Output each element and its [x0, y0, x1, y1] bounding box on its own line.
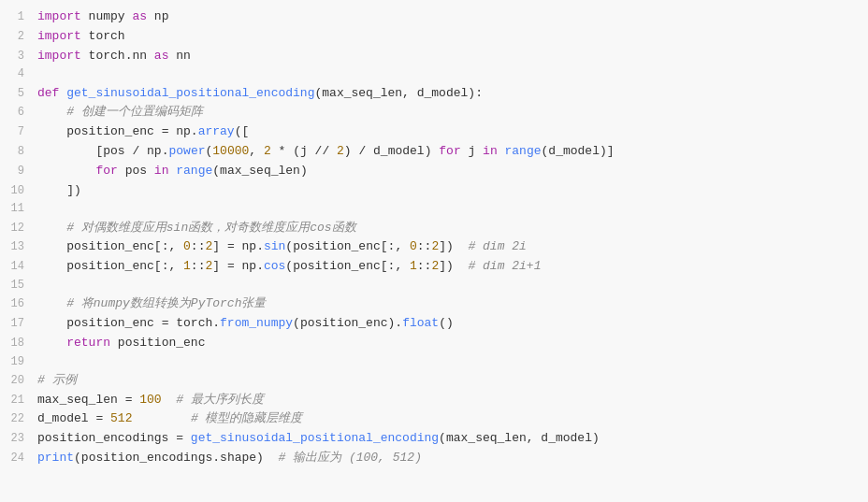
code-line: 12 # 对偶数维度应用sin函数，对奇数维度应用cos函数: [0, 219, 868, 238]
code-line: 19: [0, 353, 868, 371]
code-line: 5def get_sinusoidal_positional_encoding(…: [0, 84, 868, 104]
line-number: 21: [0, 392, 34, 409]
line-content: position_encodings = get_sinusoidal_posi…: [34, 429, 868, 449]
line-content: print(position_encodings.shape) # 输出应为 (…: [34, 449, 868, 468]
line-content: position_enc[:, 1::2] = np.cos(position_…: [34, 257, 868, 277]
code-line: 6 # 创建一个位置编码矩阵: [0, 103, 868, 122]
line-number: 13: [0, 238, 34, 256]
code-line: 14 position_enc[:, 1::2] = np.cos(positi…: [0, 257, 868, 277]
line-content: import numpy as np: [34, 7, 868, 27]
code-line: 16 # 将numpy数组转换为PyTorch张量: [0, 294, 868, 314]
line-content: for pos in range(max_seq_len): [34, 162, 868, 181]
line-number: 14: [0, 258, 34, 276]
line-number: 16: [0, 295, 34, 313]
line-number: 9: [0, 163, 34, 180]
line-number: 6: [0, 104, 34, 122]
line-content: import torch.nn as nn: [34, 47, 868, 66]
line-number: 7: [0, 123, 34, 141]
line-content: def get_sinusoidal_positional_encoding(m…: [34, 84, 868, 104]
line-number: 17: [0, 315, 34, 333]
code-line: 10 ]): [0, 181, 868, 201]
code-line: 9 for pos in range(max_seq_len): [0, 162, 868, 181]
code-line: 4: [0, 65, 868, 83]
line-number: 10: [0, 182, 34, 200]
code-line: 24print(position_encodings.shape) # 输出应为…: [0, 449, 868, 468]
code-line: 20# 示例: [0, 371, 868, 391]
line-number: 2: [0, 28, 34, 46]
line-content: import torch: [34, 27, 868, 47]
line-content: return position_enc: [34, 334, 868, 353]
line-number: 11: [0, 200, 34, 218]
code-line: 21max_seq_len = 100 # 最大序列长度: [0, 391, 868, 410]
line-number: 23: [0, 430, 34, 448]
line-number: 8: [0, 143, 34, 161]
code-line: 17 position_enc = torch.from_numpy(posit…: [0, 314, 868, 334]
line-content: [pos / np.power(10000, 2 * (j // 2) / d_…: [34, 142, 868, 162]
line-number: 18: [0, 335, 34, 352]
code-line: 2import torch: [0, 27, 868, 47]
code-line: 13 position_enc[:, 0::2] = np.sin(positi…: [0, 237, 868, 257]
line-content: # 示例: [34, 371, 868, 391]
line-number: 22: [0, 410, 34, 428]
code-line: 23position_encodings = get_sinusoidal_po…: [0, 429, 868, 449]
line-content: max_seq_len = 100 # 最大序列长度: [34, 391, 868, 410]
line-content: position_enc[:, 0::2] = np.sin(position_…: [34, 237, 868, 257]
line-number: 19: [0, 353, 34, 371]
line-number: 5: [0, 85, 34, 103]
line-number: 12: [0, 220, 34, 237]
code-line: 3import torch.nn as nn: [0, 47, 868, 66]
code-line: 18 return position_enc: [0, 334, 868, 353]
code-line: 22d_model = 512 # 模型的隐藏层维度: [0, 409, 868, 429]
line-number: 20: [0, 372, 34, 390]
line-content: d_model = 512 # 模型的隐藏层维度: [34, 409, 868, 429]
line-content: # 创建一个位置编码矩阵: [34, 103, 868, 122]
line-number: 1: [0, 8, 34, 26]
line-number: 24: [0, 450, 34, 467]
line-content: # 将numpy数组转换为PyTorch张量: [34, 294, 868, 314]
line-number: 3: [0, 48, 34, 65]
line-content: ]): [34, 181, 868, 201]
line-content: position_enc = torch.from_numpy(position…: [34, 314, 868, 334]
line-content: position_enc = np.array([: [34, 122, 868, 142]
code-editor: 1import numpy as np2import torch3import …: [0, 0, 868, 502]
line-number: 4: [0, 65, 34, 83]
line-number: 15: [0, 277, 34, 294]
code-line: 1import numpy as np: [0, 7, 868, 27]
code-line: 15: [0, 277, 868, 294]
code-line: 7 position_enc = np.array([: [0, 122, 868, 142]
line-content: # 对偶数维度应用sin函数，对奇数维度应用cos函数: [34, 219, 868, 238]
code-line: 11: [0, 200, 868, 218]
code-line: 8 [pos / np.power(10000, 2 * (j // 2) / …: [0, 142, 868, 162]
